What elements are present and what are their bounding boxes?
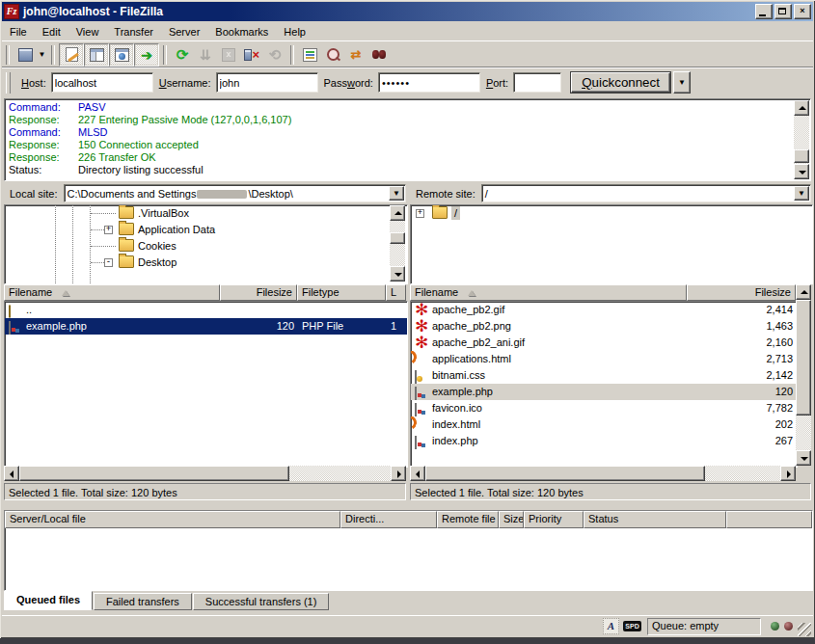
disconnect-button[interactable]: × <box>240 44 263 66</box>
scroll-down-button[interactable] <box>390 266 405 282</box>
column-status[interactable]: Status <box>584 511 726 528</box>
file-row[interactable]: index.php267 <box>411 433 797 449</box>
local-tree-scrollbar[interactable] <box>390 205 405 282</box>
reconnect-button[interactable]: ⟲ <box>263 44 286 66</box>
quickconnect-button[interactable]: Quickconnect <box>571 72 670 93</box>
tree-item-cookies[interactable]: Cookies <box>5 238 407 255</box>
combo-dropdown-icon[interactable]: ▼ <box>794 186 809 201</box>
local-hscrollbar[interactable] <box>4 466 406 481</box>
process-queue-button[interactable]: ⇊ <box>194 44 217 66</box>
cancel-button[interactable]: x <box>217 44 240 66</box>
sort-ascending-icon <box>62 290 69 296</box>
tab-successful-transfers[interactable]: Successful transfers (1) <box>193 593 330 610</box>
column-remote-file[interactable]: Remote file <box>437 511 499 528</box>
minimize-button[interactable] <box>755 4 773 19</box>
synchronized-browsing-button[interactable]: ⇄ <box>344 44 367 66</box>
directory-comparison-button[interactable] <box>321 44 344 66</box>
column-filesize[interactable]: Filesize <box>220 284 297 301</box>
column-priority[interactable]: Priority <box>524 511 584 528</box>
find-files-button[interactable] <box>367 44 391 66</box>
tree-item-virtualbox[interactable]: .VirtualBox <box>5 205 407 222</box>
file-row[interactable]: favicon.ico7,782 <box>411 400 797 416</box>
site-manager-dropdown[interactable]: ▼ <box>37 44 47 66</box>
scroll-right-button[interactable] <box>780 466 796 481</box>
tab-queued-files[interactable]: Queued files <box>4 591 93 610</box>
toolbar-grip <box>6 45 10 65</box>
menu-bar: File Edit View Transfer Server Bookmarks… <box>2 22 813 40</box>
tree-item-root[interactable]: + / <box>411 205 812 222</box>
menu-transfer[interactable]: Transfer <box>106 24 161 40</box>
collapse-icon[interactable]: - <box>104 258 113 267</box>
close-button[interactable]: × <box>794 4 811 19</box>
file-row-parent[interactable]: .. <box>5 302 407 318</box>
host-input[interactable] <box>51 72 153 93</box>
column-filetype[interactable]: Filetype <box>297 284 386 301</box>
scroll-down-button[interactable] <box>794 164 809 179</box>
column-filename[interactable]: Filename <box>410 284 687 301</box>
expand-icon[interactable]: + <box>104 226 113 234</box>
file-row-selected[interactable]: example.php120 <box>411 384 797 400</box>
log-scrollbar[interactable] <box>794 100 809 179</box>
quickconnect-dropdown[interactable]: ▼ <box>673 71 691 94</box>
remote-site-combo[interactable]: / ▼ <box>481 184 811 202</box>
local-site-combo[interactable]: C:\Documents and Settings\Desktop\ ▼ <box>64 184 406 202</box>
menu-help[interactable]: Help <box>276 24 313 40</box>
comparison-icon <box>327 48 340 61</box>
tab-failed-transfers[interactable]: Failed transfers <box>94 593 192 610</box>
column-lastmodified[interactable]: L <box>386 284 406 301</box>
scroll-up-button[interactable] <box>794 100 809 116</box>
scroll-down-button[interactable] <box>796 450 811 466</box>
apache-file-icon: ✻ <box>415 318 428 335</box>
refresh-button[interactable]: ⟳ <box>171 44 194 66</box>
file-row[interactable]: ✻apache_pb2_ani.gif2,160 <box>411 335 797 351</box>
file-row[interactable]: index.html202 <box>411 416 797 433</box>
remote-hscrollbar[interactable] <box>410 466 796 481</box>
menu-edit[interactable]: Edit <box>35 24 68 40</box>
port-input[interactable] <box>513 72 561 93</box>
toggle-remote-tree-button[interactable] <box>109 43 134 67</box>
apache-file-icon: ✻ <box>415 302 428 318</box>
maximize-button[interactable] <box>774 4 792 19</box>
local-file-list: .. example.php 120 PHP File 1 <box>4 301 408 468</box>
column-direction[interactable]: Directi... <box>340 511 437 528</box>
scroll-thumb[interactable] <box>796 300 811 416</box>
scroll-right-button[interactable] <box>391 466 406 481</box>
toggle-local-tree-button[interactable] <box>84 43 109 67</box>
scroll-thumb[interactable] <box>19 466 289 481</box>
site-manager-button[interactable] <box>14 44 37 66</box>
file-row[interactable]: bitnami.css2,142 <box>411 367 797 384</box>
tree-item-desktop[interactable]: - Desktop <box>5 255 407 271</box>
menu-server[interactable]: Server <box>161 24 207 40</box>
remote-list-scrollbar[interactable] <box>796 284 811 466</box>
status-bar: A SPD Queue: empty <box>2 615 813 636</box>
php-file-icon <box>415 387 417 400</box>
directory-filters-button[interactable] <box>298 44 321 66</box>
scroll-up-button[interactable] <box>390 205 405 221</box>
toggle-queue-button[interactable]: ➔ <box>134 43 159 67</box>
scroll-thumb[interactable] <box>794 149 809 163</box>
resize-grip[interactable] <box>798 623 811 636</box>
column-filesize[interactable]: Filesize <box>687 284 796 301</box>
menu-file[interactable]: File <box>2 24 35 40</box>
file-row[interactable]: ✻apache_pb2.gif2,414 <box>411 302 797 318</box>
scroll-left-button[interactable] <box>410 466 425 481</box>
toggle-message-log-button[interactable] <box>59 43 84 67</box>
scroll-thumb[interactable] <box>390 232 405 244</box>
file-row-selected[interactable]: example.php 120 PHP File 1 <box>5 318 407 335</box>
expand-icon[interactable]: + <box>416 209 424 218</box>
scroll-thumb[interactable] <box>425 466 705 481</box>
column-server-local-file[interactable]: Server/Local file <box>5 511 340 528</box>
column-filename[interactable]: Filename <box>4 284 220 301</box>
scroll-left-button[interactable] <box>4 466 19 481</box>
menu-bookmarks[interactable]: Bookmarks <box>207 24 276 40</box>
column-size[interactable]: Size <box>499 511 524 528</box>
password-input[interactable] <box>378 72 480 93</box>
combo-dropdown-icon[interactable]: ▼ <box>389 186 404 201</box>
site-manager-icon <box>18 48 33 62</box>
username-input[interactable] <box>216 72 318 93</box>
file-row[interactable]: applications.html2,713 <box>411 351 797 367</box>
scroll-up-button[interactable] <box>796 284 811 300</box>
file-row[interactable]: ✻apache_pb2.png1,463 <box>411 318 797 335</box>
menu-view[interactable]: View <box>68 24 107 40</box>
tree-item-application-data[interactable]: + Application Data <box>5 222 407 238</box>
